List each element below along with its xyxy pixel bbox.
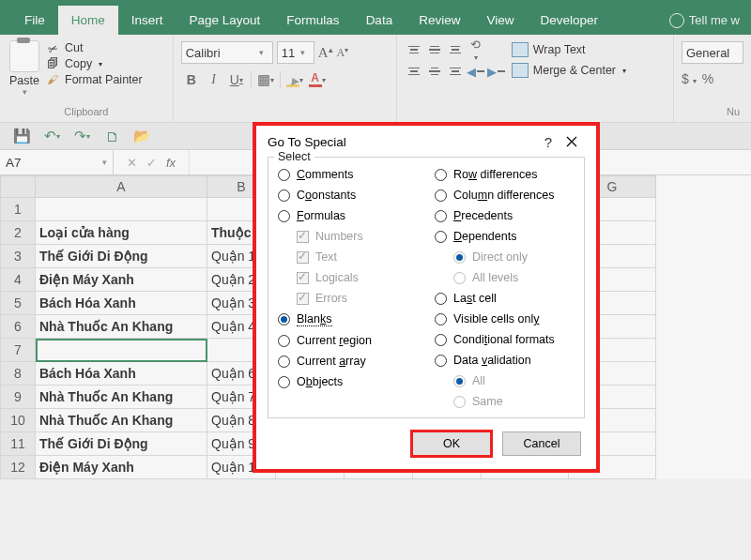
copy-button[interactable]: 🗐Copy▾ — [45, 57, 143, 70]
indent-dec[interactable]: ◀ — [467, 63, 485, 80]
scissors-icon: ✂ — [43, 39, 62, 57]
fx-icon[interactable]: fx — [166, 156, 176, 170]
opt-col-diff[interactable]: Column differences — [435, 189, 575, 202]
opt-last-cell[interactable]: Last cell — [435, 292, 575, 305]
excel-window: { "tabs": {"file":"File","home":"Home","… — [0, 0, 751, 560]
cell[interactable] — [36, 198, 207, 221]
cell[interactable]: Nhà Thuốc An Khang — [36, 409, 207, 432]
row-header[interactable]: 2 — [1, 221, 36, 245]
open-icon[interactable]: 📂 — [133, 128, 150, 144]
opt-constants[interactable]: Coonstants — [278, 189, 418, 202]
opt-current-array[interactable]: Current array — [278, 355, 418, 368]
row-header[interactable]: 12 — [1, 456, 36, 479]
opt-formulas[interactable]: Formulas — [278, 209, 418, 222]
paste-button[interactable]: Paste ▾ — [9, 40, 39, 97]
tab-page-layout[interactable]: Page Layout — [176, 6, 274, 35]
align-top[interactable] — [405, 41, 423, 58]
underline-button[interactable]: U▾ — [226, 69, 247, 90]
cell[interactable]: Bách Hóa Xanh — [36, 292, 207, 315]
align-center[interactable] — [425, 63, 444, 80]
tab-home[interactable]: Home — [58, 6, 118, 35]
cell[interactable]: Nhà Thuốc An Khang — [36, 386, 207, 409]
cell[interactable] — [36, 339, 207, 362]
align-middle[interactable] — [425, 41, 444, 58]
number-format-combo[interactable]: General — [682, 41, 743, 64]
select-all[interactable] — [1, 176, 36, 198]
opt-precedents[interactable]: Precedents — [435, 209, 575, 222]
row-header[interactable]: 8 — [1, 362, 36, 386]
opt-conditional[interactable]: Conditional formats — [435, 333, 575, 346]
cell[interactable]: Nhà Thuốc An Khang — [36, 315, 207, 339]
shrink-font-icon[interactable]: A▾ — [337, 46, 349, 60]
cut-button[interactable]: ✂Cut — [45, 41, 143, 54]
tab-formulas[interactable]: Formulas — [273, 6, 352, 35]
align-bottom[interactable] — [446, 41, 465, 58]
tab-file[interactable]: File — [11, 6, 58, 35]
opt-visible[interactable]: Visible cells only — [435, 312, 575, 325]
cell[interactable]: Thế Giới Di Động — [36, 432, 207, 456]
copy-icon: 🗐 — [45, 57, 60, 70]
cancel-formula-icon[interactable]: ✕ — [127, 156, 137, 170]
tab-data[interactable]: Data — [353, 6, 406, 35]
tab-review[interactable]: Review — [406, 6, 473, 35]
border-button[interactable]: ▦▾ — [255, 69, 276, 90]
row-header[interactable]: 5 — [1, 292, 36, 315]
percent-button[interactable]: % — [702, 71, 713, 86]
close-button[interactable] — [559, 135, 585, 150]
align-right[interactable] — [446, 63, 465, 80]
cell[interactable]: Bách Hóa Xanh — [36, 362, 207, 386]
ok-button[interactable]: OK — [412, 431, 491, 456]
row-header[interactable]: 7 — [1, 339, 36, 362]
cell[interactable]: Điện Máy Xanh — [36, 456, 207, 479]
opt-blanks[interactable]: Blanks — [278, 312, 418, 326]
cell[interactable]: Loại cửa hàng — [36, 221, 207, 245]
row-header[interactable]: 9 — [1, 386, 36, 409]
opt-dependents[interactable]: Dependents — [435, 230, 575, 243]
col-header[interactable]: A — [36, 176, 207, 198]
format-painter-button[interactable]: 🖌Format Painter — [45, 73, 143, 86]
save-icon[interactable]: 💾 — [13, 128, 30, 144]
orientation[interactable]: ⟲▾ — [467, 41, 485, 58]
bold-button[interactable]: B — [181, 69, 202, 90]
tab-developer[interactable]: Developer — [527, 6, 611, 35]
grow-font-icon[interactable]: A▴ — [318, 45, 333, 61]
name-box[interactable]: A7▾ — [0, 150, 114, 174]
help-button[interactable]: ? — [538, 134, 559, 150]
font-name-combo[interactable]: Calibri▾ — [181, 41, 273, 64]
cell[interactable]: Thế Giới Di Động — [36, 245, 207, 268]
cancel-button[interactable]: Cancel — [502, 431, 581, 456]
row-header[interactable]: 4 — [1, 268, 36, 292]
indent-inc[interactable]: ▶ — [487, 63, 506, 80]
row-header[interactable]: 6 — [1, 315, 36, 339]
tell-me[interactable]: Tell me w — [669, 13, 740, 28]
cell[interactable]: Điện Máy Xanh — [36, 268, 207, 292]
cut-label: Cut — [65, 41, 83, 54]
undo-icon[interactable]: ↶ ▾ — [43, 128, 60, 144]
number-format-value: General — [686, 46, 729, 60]
opt-objects[interactable]: Obbjects — [278, 375, 418, 388]
enter-formula-icon[interactable]: ✓ — [146, 156, 157, 170]
font-size-combo[interactable]: 11▾ — [277, 41, 314, 64]
tab-insert[interactable]: Insert — [118, 6, 176, 35]
tab-view[interactable]: View — [473, 6, 527, 35]
opt-data-validation[interactable]: Data validation — [435, 354, 575, 367]
redo-icon[interactable]: ↷ ▾ — [73, 128, 90, 144]
wrap-text-button[interactable]: Wrap Text — [512, 42, 626, 57]
align-left[interactable] — [405, 63, 423, 80]
merge-center-button[interactable]: Merge & Center▾ — [512, 63, 626, 78]
font-color-button[interactable]: A▾ — [307, 69, 328, 90]
paste-label: Paste — [9, 74, 39, 87]
row-header[interactable]: 10 — [1, 409, 36, 432]
row-header[interactable]: 1 — [1, 198, 36, 221]
row-header[interactable]: 3 — [1, 245, 36, 268]
currency-button[interactable]: $ ▾ — [682, 71, 697, 86]
dialog-title: Go To Special — [268, 135, 346, 149]
opt-row-diff[interactable]: Row differences — [435, 168, 575, 181]
opt-numbers: Numbers — [297, 230, 418, 243]
new-icon[interactable]: 🗋 — [103, 128, 120, 144]
fill-color-button[interactable]: ▾ — [284, 69, 305, 90]
opt-current-region[interactable]: Current region — [278, 334, 418, 347]
opt-comments[interactable]: Comments — [278, 168, 418, 181]
row-header[interactable]: 11 — [1, 432, 36, 456]
italic-button[interactable]: I — [204, 69, 224, 90]
